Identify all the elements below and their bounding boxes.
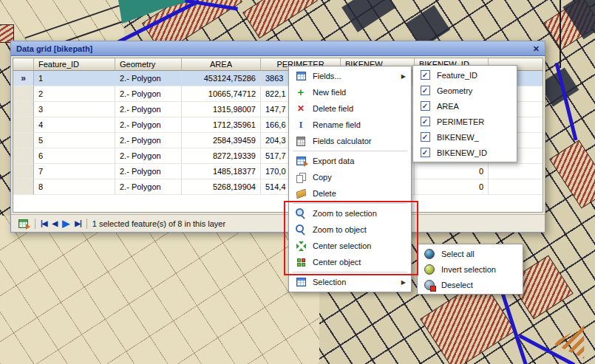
cell-area[interactable]: 453124,75286	[182, 71, 261, 86]
menu-item-zoom-to-object[interactable]: Zoom to object	[290, 222, 409, 238]
table-icon	[296, 278, 306, 286]
menu-item-fields-calculator[interactable]: Fields calculator	[290, 133, 409, 149]
screen: Data grid [bikepath] ✕ Feature_ID Geomet…	[0, 0, 595, 364]
cell-geometry[interactable]: 2.- Polygon	[115, 71, 182, 86]
menu-item-fields[interactable]: Fields... ▶	[290, 68, 409, 84]
row-selector-cell[interactable]	[13, 102, 34, 117]
cell-area[interactable]: 1485,18377	[182, 164, 261, 179]
cell-geometry[interactable]: 2.- Polygon	[115, 179, 182, 195]
fields-submenu-item-perimeter[interactable]: ✓ PERIMETER	[415, 114, 515, 129]
close-icon[interactable]: ✕	[533, 44, 540, 53]
calculator-icon	[296, 137, 305, 146]
selection-submenu-item-deselect[interactable]: Deselect	[419, 277, 521, 292]
menu-item-delete-field[interactable]: ✕ Delete field	[290, 100, 409, 117]
table-row[interactable]: 8 2.- Polygon 5268,19904 514,4 0	[13, 179, 543, 195]
window-title: Data grid [bikepath]	[16, 44, 528, 53]
fields-submenu-item-bikenew[interactable]: ✓ BIKENEW_	[415, 129, 515, 145]
row-selector-cell[interactable]	[13, 86, 34, 102]
cell-feature-id[interactable]: 1	[34, 71, 115, 86]
cell-geometry[interactable]: 2.- Polygon	[115, 133, 182, 148]
statusbar-divider	[86, 219, 87, 229]
checkbox-checked-icon[interactable]: ✓	[421, 132, 430, 142]
column-header-feature-id[interactable]: Feature_ID	[34, 58, 115, 71]
field-label: BIKENEW_ID	[437, 148, 511, 157]
nav-first-button[interactable]: |◀	[41, 219, 47, 227]
selection-submenu: Select all Invert selection Deselect	[417, 244, 523, 295]
menu-item-rename-field[interactable]: I Rename field	[290, 117, 409, 133]
plus-icon: +	[298, 87, 305, 97]
field-label: Geometry	[437, 86, 511, 95]
checkbox-checked-icon[interactable]: ✓	[421, 117, 430, 126]
cell-feature-id[interactable]: 7	[34, 164, 115, 179]
cell-geometry[interactable]: 2.- Polygon	[115, 102, 182, 117]
cell-area[interactable]: 10665,74712	[182, 86, 261, 102]
nav-last-button[interactable]: ▶|	[75, 219, 81, 227]
cell-geometry[interactable]: 2.- Polygon	[115, 148, 182, 164]
cell-geometry[interactable]: 2.- Polygon	[115, 117, 182, 133]
field-label: Feature_ID	[437, 71, 511, 80]
menu-item-label: Center selection	[313, 241, 406, 250]
fields-submenu-item-area[interactable]: ✓ AREA	[415, 98, 515, 114]
menu-item-copy[interactable]: Copy	[290, 169, 409, 185]
menu-item-zoom-to-selection[interactable]: Zoom to selection	[290, 205, 409, 222]
column-header-geometry[interactable]: Geometry	[115, 58, 182, 71]
column-header-area[interactable]: AREA	[182, 58, 261, 71]
fields-submenu-item-feature-id[interactable]: ✓ Feature_ID	[415, 67, 515, 83]
checkbox-checked-icon[interactable]: ✓	[421, 101, 430, 111]
checkbox-checked-icon[interactable]: ✓	[421, 148, 430, 157]
cell-area[interactable]: 1712,35961	[182, 117, 261, 133]
row-selector-cell[interactable]	[13, 179, 34, 195]
row-selector-cell[interactable]: »	[13, 71, 34, 86]
export-table-icon[interactable]	[16, 218, 30, 230]
cell-geometry[interactable]: 2.- Polygon	[115, 86, 182, 102]
center-arrows-icon	[294, 240, 307, 252]
window-titlebar[interactable]: Data grid [bikepath] ✕	[11, 41, 545, 56]
cell-geometry[interactable]: 2.- Polygon	[115, 164, 182, 179]
menu-item-label: Rename field	[313, 120, 406, 129]
cell-filler	[489, 179, 543, 195]
cell-feature-id[interactable]: 2	[34, 86, 115, 102]
fields-submenu-item-geometry[interactable]: ✓ Geometry	[415, 83, 515, 98]
cell-feature-id[interactable]: 6	[34, 148, 115, 164]
fields-submenu-item-bikenew-id[interactable]: ✓ BIKENEW_ID	[415, 145, 515, 160]
cell-area[interactable]: 1315,98007	[182, 102, 261, 117]
nav-next-button[interactable]: ▶	[62, 218, 69, 229]
cell-area[interactable]: 5268,19904	[182, 179, 261, 195]
status-bar: |◀ ◀ ▶ ▶| 1 selected feature(s) of 8 in …	[11, 214, 545, 232]
menu-item-export-data[interactable]: Export data	[290, 153, 409, 169]
menu-item-center-object[interactable]: Center object	[290, 254, 409, 270]
cell-feature-id[interactable]: 4	[34, 117, 115, 133]
menu-item-delete[interactable]: Delete	[290, 185, 409, 202]
row-selector-cell[interactable]	[13, 133, 34, 148]
menu-item-selection[interactable]: Selection ▶	[290, 274, 409, 290]
selection-submenu-item-invert-selection[interactable]: Invert selection	[419, 261, 521, 277]
field-label: PERIMETER	[437, 117, 511, 126]
export-table-icon	[296, 157, 306, 165]
table-row[interactable]: 7 2.- Polygon 1485,18377 170,0 0	[13, 164, 543, 179]
cell-area[interactable]: 2584,39459	[182, 133, 261, 148]
selection-submenu-item-select-all[interactable]: Select all	[419, 246, 521, 261]
cell-feature-id[interactable]: 8	[34, 179, 115, 195]
row-selector-cell[interactable]	[13, 148, 34, 164]
cell-bikenew-id[interactable]: 0	[415, 164, 489, 179]
menu-item-new-field[interactable]: + New field	[290, 84, 409, 100]
select-all-sphere-icon	[424, 249, 435, 259]
status-text: 1 selected feature(s) of 8 in this layer	[92, 219, 225, 228]
row-selector-cell[interactable]	[13, 117, 34, 133]
menu-separator	[293, 203, 407, 204]
fields-submenu: ✓ Feature_ID ✓ Geometry ✓ AREA ✓ PERIMET…	[412, 65, 517, 162]
checkbox-checked-icon[interactable]: ✓	[421, 86, 430, 95]
context-menu: Fields... ▶ + New field ✕ Delete field I…	[288, 66, 412, 292]
nav-prev-button[interactable]: ◀	[52, 219, 58, 227]
checkbox-checked-icon[interactable]: ✓	[421, 70, 430, 80]
menu-item-center-selection[interactable]: Center selection	[290, 238, 409, 254]
cell-feature-id[interactable]: 3	[34, 102, 115, 117]
cell-area[interactable]: 8272,19339	[182, 148, 261, 164]
row-selector-cell[interactable]	[13, 164, 34, 179]
cell-bikenew-id[interactable]: 0	[415, 179, 489, 195]
menu-item-label: Center object	[313, 258, 406, 267]
cell-feature-id[interactable]: 5	[34, 133, 115, 148]
submenu-arrow-icon: ▶	[401, 73, 406, 80]
red-x-icon: ✕	[297, 103, 305, 114]
table-icon	[296, 72, 306, 80]
